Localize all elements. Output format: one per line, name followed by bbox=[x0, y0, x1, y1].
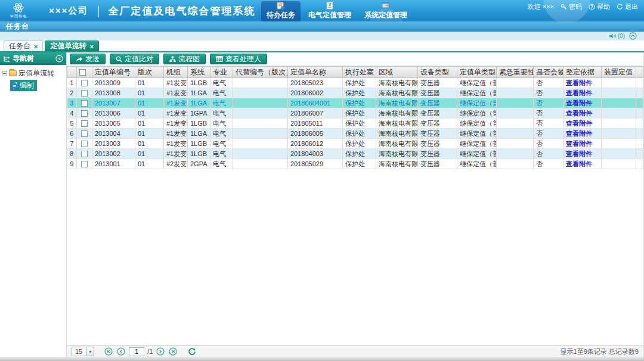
view-attachment-link[interactable]: 查看附件 bbox=[566, 140, 592, 147]
refresh-button[interactable] bbox=[188, 347, 196, 356]
cell-order_type: 继保定值（普通） bbox=[457, 98, 497, 108]
cell-device_setting bbox=[602, 108, 636, 119]
next-page-button[interactable] bbox=[156, 347, 165, 356]
cell-name: 201805029 bbox=[288, 159, 343, 169]
cell-checkbox bbox=[77, 139, 92, 149]
first-page-button[interactable] bbox=[104, 347, 113, 356]
row-checkbox[interactable] bbox=[81, 141, 88, 147]
view-attachment-link[interactable]: 查看附件 bbox=[566, 79, 592, 86]
cell-urgency bbox=[497, 139, 534, 149]
tab-setting-order-flow[interactable]: 定值单流转 × bbox=[45, 41, 98, 51]
row-checkbox[interactable] bbox=[81, 80, 88, 86]
view-attachment-link[interactable]: 查看附件 bbox=[566, 99, 592, 107]
window-footer bbox=[0, 357, 644, 361]
tree-expander-icon[interactable] bbox=[2, 71, 7, 76]
view-handlers-button[interactable]: 查看处理人 bbox=[210, 54, 267, 64]
table-row[interactable]: 6201300401#1发变组1LGA电气201806005保护处海南核电有限公… bbox=[67, 129, 643, 139]
column-header-device_type: 设备类型 bbox=[418, 67, 457, 78]
view-attachment-link[interactable]: 查看附件 bbox=[566, 120, 592, 127]
cell-system: 1GPA bbox=[188, 108, 210, 119]
cell-num: 1 bbox=[67, 78, 77, 88]
row-checkbox[interactable] bbox=[81, 130, 88, 137]
cell-replace_code bbox=[233, 78, 288, 88]
cell-code: 2013009 bbox=[92, 78, 135, 88]
compare-button[interactable]: 定值比对 bbox=[110, 54, 159, 64]
table-row[interactable]: 4201300601#1发变组1GPA电气201806007保护处海南核电有限公… bbox=[67, 108, 643, 119]
send-button[interactable]: 发送 bbox=[70, 54, 106, 64]
column-header-unit: 机组 bbox=[164, 67, 188, 78]
row-checkbox[interactable] bbox=[81, 100, 88, 107]
cell-urgency bbox=[497, 88, 534, 98]
nav-item-system-management[interactable]: 系统定值管理 bbox=[359, 1, 413, 21]
cell-device_setting bbox=[602, 78, 636, 88]
cell-version: 01 bbox=[135, 88, 164, 98]
cell-office: 保护处 bbox=[343, 78, 376, 88]
flowchart-button[interactable]: 流程图 bbox=[163, 54, 206, 64]
last-page-button[interactable] bbox=[169, 347, 177, 356]
cell-region: 海南核电有限公司 bbox=[376, 129, 418, 139]
refresh-icon bbox=[188, 347, 196, 356]
row-checkbox[interactable] bbox=[81, 151, 88, 157]
row-checkbox[interactable] bbox=[81, 120, 88, 127]
view-attachment-link[interactable]: 查看附件 bbox=[566, 89, 592, 97]
select-all-checkbox[interactable] bbox=[79, 69, 86, 76]
view-attachment-link[interactable]: 查看附件 bbox=[566, 130, 592, 137]
table-row[interactable]: 5201300501#1发变组1LGB电气201805011保护处海南核电有限公… bbox=[67, 119, 643, 129]
password-link[interactable]: 密码 bbox=[561, 2, 582, 11]
cell-urgency bbox=[497, 98, 534, 108]
cell-device_setting bbox=[602, 98, 636, 108]
view-attachment-link[interactable]: 查看附件 bbox=[566, 160, 592, 167]
message-indicator[interactable]: (0) bbox=[609, 33, 625, 39]
cell-name: 20180604001 bbox=[288, 98, 343, 108]
tree-node-setting-order-flow[interactable]: 定值单流转 bbox=[2, 68, 64, 79]
view-handlers-label: 查看处理人 bbox=[225, 54, 261, 64]
cell-filler bbox=[636, 98, 643, 108]
cell-filler bbox=[636, 78, 643, 88]
row-checkbox[interactable] bbox=[81, 161, 88, 167]
tab-close-icon[interactable]: × bbox=[34, 43, 38, 50]
logout-link[interactable]: 退出 bbox=[617, 2, 638, 11]
send-icon bbox=[76, 56, 83, 63]
scroll-top-icon[interactable] bbox=[629, 32, 637, 40]
tab-task-desk[interactable]: 任务台 × bbox=[4, 41, 43, 51]
prev-page-button[interactable] bbox=[117, 347, 125, 356]
table-row[interactable]: 9201300101#2发变组2GPA电气201805029保护处海南核电有限公… bbox=[67, 159, 643, 169]
page-number-input[interactable] bbox=[129, 347, 144, 356]
cell-countersign: 否 bbox=[534, 78, 564, 88]
row-checkbox[interactable] bbox=[81, 90, 88, 97]
sidebar-header: 导航树 bbox=[0, 52, 66, 65]
cell-name: 201806002 bbox=[288, 88, 343, 98]
row-checkbox[interactable] bbox=[81, 110, 88, 117]
table-row[interactable]: 7201300301#1发变组1LGB电气201806012保护处海南核电有限公… bbox=[67, 139, 643, 149]
table-row[interactable]: 1201300901#1发变组1LGB电气201805023保护处海南核电有限公… bbox=[67, 78, 643, 88]
cell-name: 201804003 bbox=[288, 149, 343, 159]
view-attachment-link[interactable]: 查看附件 bbox=[566, 110, 592, 117]
cell-checkbox bbox=[77, 129, 92, 139]
tree-node-compile[interactable]: 编制 bbox=[10, 80, 37, 91]
column-header-order_type: 定值单类型 bbox=[457, 67, 497, 78]
sidebar-collapse-button[interactable] bbox=[55, 55, 63, 63]
cell-device_type: 变压器 bbox=[418, 108, 457, 119]
cell-code: 2013001 bbox=[92, 159, 135, 169]
help-link[interactable]: 帮助 bbox=[589, 2, 610, 11]
table-row[interactable]: 2201300801#1发变组1LGA电气201806002保护处海南核电有限公… bbox=[67, 88, 643, 98]
nav-item-pending-tasks[interactable]: 待办任务 bbox=[261, 1, 301, 21]
cell-filler bbox=[636, 139, 643, 149]
nav-item-electrical-management[interactable]: 电气定值管理 bbox=[303, 1, 357, 21]
view-attachment-link[interactable]: 查看附件 bbox=[566, 150, 592, 157]
table-row[interactable]: 8201300201#1发变组1LGB电气201804003保护处海南核电有限公… bbox=[67, 149, 643, 159]
cell-unit: #1发变组 bbox=[164, 88, 188, 98]
last-page-icon bbox=[169, 347, 177, 356]
message-count: (0) bbox=[618, 33, 625, 39]
table-header-row: 定值单编号版次机组系统专业代替编号（版次）定值单名称执行处室区域设备类型定值单类… bbox=[67, 67, 643, 78]
cell-urgency bbox=[497, 108, 534, 119]
cell-basis: 查看附件 bbox=[564, 129, 602, 139]
page-size-select[interactable]: 15 ▾ bbox=[72, 347, 94, 356]
cell-checkbox bbox=[77, 98, 92, 108]
table-row[interactable]: 3201300701#1发变组1LGA电气20180604001保护处海南核电有… bbox=[67, 98, 643, 108]
cell-system: 1LGB bbox=[188, 149, 210, 159]
notice-bar: (0) bbox=[0, 32, 644, 41]
cell-countersign: 否 bbox=[534, 149, 564, 159]
cell-office: 保护处 bbox=[343, 149, 376, 159]
tab-close-icon[interactable]: × bbox=[89, 43, 93, 50]
